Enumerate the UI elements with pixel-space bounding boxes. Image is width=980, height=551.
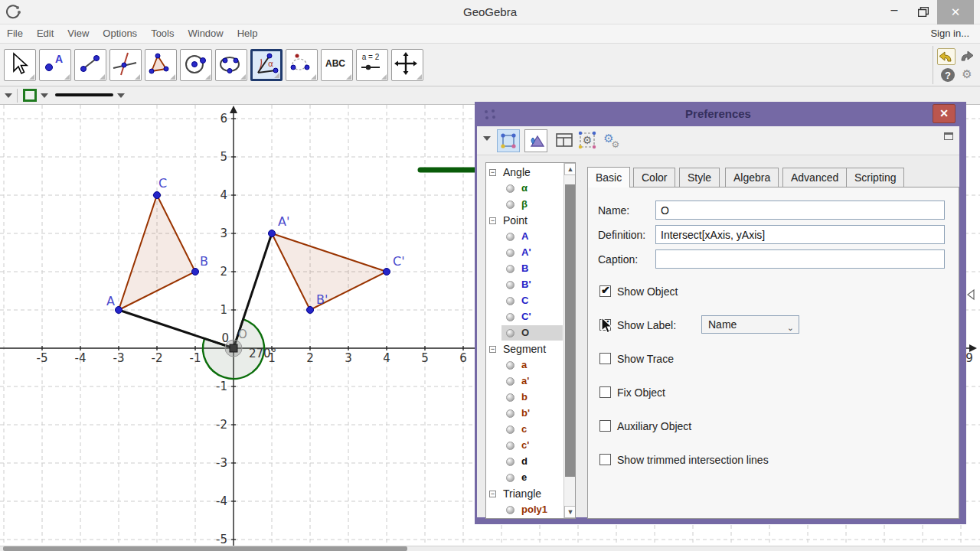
layout-tab-icon[interactable] [554, 129, 577, 152]
tree-item-c[interactable]: c [486, 422, 563, 438]
tool-dropdown-arrow[interactable] [170, 74, 175, 80]
field-input-name[interactable] [655, 201, 945, 220]
tree-item-α[interactable]: α [486, 181, 563, 197]
tool-dropdown-arrow[interactable] [240, 74, 246, 80]
move-tool[interactable] [4, 49, 36, 81]
polygon-tool[interactable] [145, 49, 177, 81]
tool-dropdown-arrow[interactable] [416, 74, 422, 80]
tree-item-O[interactable]: O [486, 325, 563, 341]
minimize-button[interactable]: – [880, 0, 908, 24]
objects-tab-icon[interactable] [497, 129, 520, 152]
dialog-close-button[interactable]: ✕ [933, 104, 956, 123]
tree-item-b[interactable]: b [486, 390, 563, 406]
tool-dropdown-arrow[interactable] [29, 74, 34, 80]
maximize-button[interactable] [910, 0, 937, 24]
tree-item-A[interactable]: A [486, 229, 563, 245]
collapse-toggle-icon[interactable]: − [489, 346, 496, 353]
point-tool[interactable]: A [39, 49, 71, 81]
scroll-up-icon[interactable]: ▲ [564, 163, 576, 175]
tree-group-angle[interactable]: −Angle [486, 165, 563, 181]
dialog-titlebar[interactable]: Preferences [477, 102, 959, 126]
tree-item-C'[interactable]: C' [486, 309, 563, 325]
checkbox-show-trimmed-intersection-lines[interactable] [599, 454, 611, 465]
menu-options[interactable]: Options [96, 24, 144, 42]
settings-gear-icon[interactable]: ⚙ [958, 67, 976, 84]
tree-scrollbar[interactable]: ▲ ▼ [564, 163, 576, 518]
show-label-dropdown[interactable]: Name⌄ [701, 315, 799, 334]
color-swatch[interactable] [23, 89, 37, 102]
menu-file[interactable]: File [0, 24, 30, 42]
slider-tool[interactable]: a = 2 [356, 49, 388, 81]
tool-dropdown-arrow[interactable] [205, 74, 211, 80]
checkbox-show-object[interactable]: ✔ [599, 285, 611, 297]
undo-button[interactable] [937, 48, 956, 65]
move-graphics-tool[interactable] [391, 49, 423, 81]
perpendicular-line-tool[interactable] [109, 49, 142, 81]
tree-group-segment[interactable]: −Segment [486, 341, 563, 357]
color-dropdown-icon[interactable] [41, 93, 48, 98]
redo-button[interactable] [958, 48, 976, 65]
tree-item-b'[interactable]: b' [486, 406, 563, 422]
tool-dropdown-arrow[interactable] [135, 74, 140, 80]
field-input-definition[interactable] [655, 225, 945, 244]
circle-tool[interactable] [180, 49, 212, 81]
horizontal-scrollbar-thumb[interactable] [3, 546, 407, 551]
tree-group-triangle[interactable]: −Triangle [486, 486, 563, 502]
collapse-toggle-icon[interactable]: − [489, 491, 496, 497]
object-tree[interactable]: ▲ ▼ −Angleαβ−PointAA'BB'CC'O−Segmentaa'b… [485, 162, 576, 519]
defaults-tab-icon[interactable]: ⚙ [577, 129, 599, 152]
tree-item-poly1[interactable]: poly1 [486, 502, 563, 518]
advanced-settings-tab-icon[interactable]: ⚙ ⚙ [601, 129, 624, 152]
dialog-toolbar-dropdown-icon[interactable] [483, 136, 491, 141]
conic-tool[interactable] [215, 49, 247, 81]
tree-item-C[interactable]: C [486, 293, 563, 309]
line-style-preview[interactable] [55, 93, 113, 96]
checkbox-fix-object[interactable] [599, 386, 611, 398]
tree-item-a'[interactable]: a' [486, 373, 563, 390]
tab-color[interactable]: Color [633, 168, 675, 187]
angle-tool[interactable]: α [250, 49, 283, 81]
menu-view[interactable]: View [60, 24, 96, 42]
tree-item-A'[interactable]: A' [486, 245, 563, 261]
line-tool[interactable] [74, 49, 106, 81]
tool-dropdown-arrow[interactable] [274, 73, 279, 78]
tab-basic[interactable]: Basic [587, 167, 630, 187]
tab-style[interactable]: Style [679, 168, 720, 187]
collapse-toggle-icon[interactable]: − [489, 217, 496, 224]
tab-advanced[interactable]: Advanced [782, 168, 847, 187]
tab-algebra[interactable]: Algebra [725, 168, 779, 187]
tool-dropdown-arrow[interactable] [311, 74, 316, 80]
graphics-tab-icon[interactable] [524, 129, 547, 152]
checkbox-auxiliary-object[interactable] [599, 420, 611, 432]
field-input-caption[interactable] [655, 249, 945, 269]
tree-item-a[interactable]: a [486, 357, 563, 373]
tree-scrollbar-thumb[interactable] [565, 184, 576, 477]
tool-dropdown-arrow[interactable] [346, 74, 351, 80]
text-tool[interactable]: ABC [321, 49, 353, 81]
tree-item-d[interactable]: d [486, 454, 563, 470]
menu-help[interactable]: Help [230, 24, 265, 42]
transform-tool[interactable] [286, 49, 318, 81]
tool-dropdown-arrow[interactable] [64, 74, 70, 80]
tree-item-B[interactable]: B [486, 261, 563, 277]
tab-scripting[interactable]: Scripting [846, 168, 904, 187]
tree-item-B'[interactable]: B' [486, 277, 563, 293]
help-button[interactable]: ? [940, 67, 959, 84]
tree-item-c'[interactable]: c' [486, 438, 563, 454]
tree-item-e[interactable]: e [486, 470, 563, 486]
tool-dropdown-arrow[interactable] [100, 74, 105, 80]
menu-edit[interactable]: Edit [30, 24, 60, 42]
menu-window[interactable]: Window [181, 24, 230, 42]
sign-in-link[interactable]: Sign in... [930, 28, 969, 39]
tool-dropdown-arrow[interactable] [381, 74, 387, 80]
menu-tools[interactable]: Tools [144, 24, 181, 42]
dialog-restore-icon[interactable] [944, 132, 953, 140]
line-style-dropdown-icon[interactable] [117, 93, 125, 98]
tree-item-β[interactable]: β [486, 197, 563, 213]
close-window-button[interactable]: ✕ [937, 0, 974, 24]
stylebar-toggle-icon[interactable] [5, 93, 12, 98]
checkbox-show-trace[interactable] [599, 353, 611, 364]
tree-group-point[interactable]: −Point [486, 213, 563, 229]
collapse-toggle-icon[interactable]: − [489, 169, 496, 176]
scroll-down-icon[interactable]: ▼ [564, 506, 576, 518]
